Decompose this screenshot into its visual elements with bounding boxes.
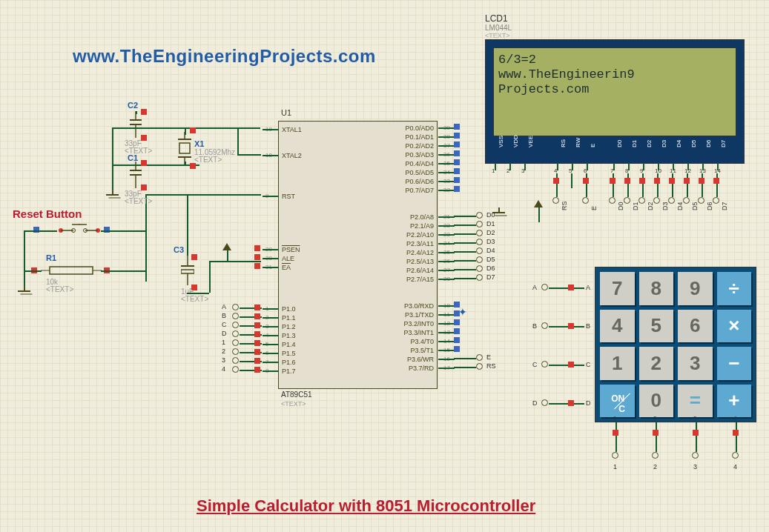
keypad-key-0[interactable]: 0 [639, 385, 674, 418]
keypad-row-pin: B [586, 322, 590, 330]
mcu-pin-name: P0.3/AD3 [405, 151, 434, 159]
mcu-pin-name: P1.7 [282, 368, 296, 375]
c3-ref: C3 [174, 245, 184, 254]
net-label: D2 [647, 202, 654, 210]
net-terminal [476, 221, 483, 227]
keypad: 789÷456×123−ONC0=+ [595, 267, 756, 422]
net-terminal [653, 197, 660, 204]
net-stub [454, 142, 460, 147]
net-stub [454, 346, 460, 352]
net-label: E [590, 206, 598, 210]
keypad-key-2[interactable]: 2 [639, 347, 674, 380]
mcu-pin-name: P0.5/AD5 [405, 169, 434, 176]
keypad-key-9[interactable]: 9 [678, 272, 713, 305]
mcu-pin-name: XTAL2 [282, 152, 302, 159]
lcd-pin-name: VEE [527, 131, 534, 147]
mcu-part: AT89C51 [281, 390, 312, 399]
mcu-pin-name: PSEN [282, 246, 300, 253]
lcd-screen: 6/3=2 www.TheEngineerin9 Projects.com [493, 47, 736, 136]
mcu-pin-name: P2.2/A10 [406, 231, 434, 239]
net-terminal [232, 339, 239, 346]
c1-ref: C1 [128, 153, 138, 162]
net-stub [254, 263, 260, 269]
keypad-key-add[interactable]: + [717, 385, 752, 418]
keypad-key-6[interactable]: 6 [678, 310, 713, 343]
lcd-line1: 6/3=2 [498, 53, 731, 67]
net-stub [254, 322, 260, 328]
x1-txt: <TEXT> [194, 156, 222, 164]
keypad-key-4[interactable]: 4 [600, 310, 635, 343]
net-stub [454, 150, 460, 156]
net-label: 2 [222, 348, 225, 355]
keypad-key-8[interactable]: 8 [639, 272, 674, 305]
keypad-key-mul[interactable]: × [717, 310, 752, 343]
keypad-row-pin: C [586, 361, 591, 368]
keypad-row-label: B [532, 322, 537, 330]
net-terminal [552, 197, 559, 204]
mcu-pin-name: P1.1 [282, 314, 296, 322]
net-label: E [486, 353, 491, 361]
mcu-pin-name: P3.6/WR [407, 356, 434, 363]
keypad-col-label: 2 [653, 463, 657, 471]
net-stub [613, 430, 618, 436]
mcu-pin-name: P1.2 [282, 323, 296, 330]
keypad-key-1[interactable]: 1 [600, 347, 635, 380]
mcu-txt: <TEXT> [281, 400, 306, 408]
net-terminal [232, 322, 239, 328]
ground-icon [18, 286, 31, 296]
net-stub [624, 178, 630, 184]
net-label: D6 [486, 265, 495, 272]
net-stub [653, 430, 659, 436]
net-stub [254, 340, 260, 346]
lcd-ref: LCD1 [485, 13, 745, 24]
capacitor-c1 [130, 162, 142, 191]
net-terminal [232, 313, 239, 319]
mcu-pin-name: P2.5/A13 [406, 258, 434, 265]
net-terminal [683, 197, 690, 204]
mcu-pin-name: P2.1/A9 [410, 222, 434, 230]
lcd-pin-name: D3 [661, 131, 667, 147]
ground-icon [106, 190, 119, 200]
net-label: RS [561, 201, 568, 210]
net-stub [553, 178, 559, 184]
lcd-line3: www.TheEngineerin9 [498, 67, 731, 82]
lcd-pin-name: D7 [720, 131, 727, 147]
mcu-pin-name: P0.1/AD1 [405, 133, 434, 141]
keypad-key-eq[interactable]: = [678, 385, 713, 418]
cursor-crosshair-icon: ✦ [458, 306, 467, 318]
lcd-pin-name: E [590, 131, 596, 147]
net-stub [454, 159, 460, 165]
net-terminal [668, 197, 675, 204]
net-stub [254, 245, 260, 251]
lcd-pin-name: D4 [676, 131, 682, 147]
net-stub [733, 430, 739, 436]
keypad-key-5[interactable]: 5 [639, 310, 674, 343]
keypad-key-3[interactable]: 3 [678, 347, 713, 380]
mcu-pin-name: P3.0/RXD [404, 302, 434, 310]
net-stub [568, 323, 574, 329]
lcd-pin-name: VSS [498, 131, 504, 147]
resistor-r1 [41, 265, 102, 279]
net-terminal [476, 363, 483, 370]
net-terminal [692, 452, 699, 459]
net-terminal [732, 452, 739, 459]
svg-rect-25 [179, 143, 190, 153]
net-stub [454, 328, 460, 334]
lcd-txt: <TEXT> [485, 32, 745, 39]
net-stub [254, 313, 260, 319]
mcu-pin-name: P0.0/AD0 [405, 124, 434, 132]
net-label: D5 [486, 256, 495, 263]
lcd-part: LM044L [485, 24, 745, 32]
net-terminal [698, 197, 704, 204]
reset-button[interactable] [57, 224, 102, 240]
keypad-key-div[interactable]: ÷ [717, 272, 752, 305]
net-stub [654, 178, 660, 184]
keypad-key-onc[interactable]: ONC [600, 385, 635, 418]
net-label: A [222, 303, 226, 310]
net-label: RS [486, 362, 496, 370]
keypad-key-sub[interactable]: − [717, 347, 752, 380]
mcu-pin-name: P2.6/A14 [406, 267, 434, 274]
keypad-key-7[interactable]: 7 [600, 272, 635, 305]
keypad-row-label: C [532, 361, 538, 368]
net-stub [254, 254, 260, 260]
